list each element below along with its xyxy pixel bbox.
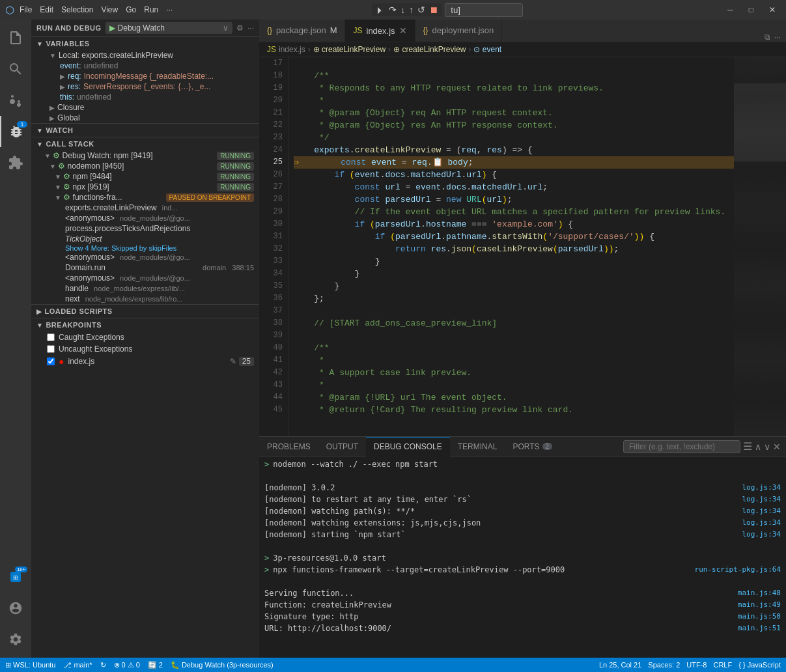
edit-icon[interactable]: ✎ (230, 357, 236, 366)
console-file-link[interactable]: main.js:50 (738, 612, 781, 621)
debug-restart-icon[interactable]: ↺ (417, 5, 425, 15)
minimize-button[interactable]: ─ (722, 5, 738, 14)
line-num[interactable]: 32 (264, 243, 283, 255)
console-close-icon[interactable]: ✕ (773, 441, 781, 452)
tab-index-js[interactable]: JS index.js ✕ (345, 20, 415, 42)
callstack-exports[interactable]: exports.createLinkPreview ind... (31, 203, 259, 213)
gear-icon[interactable]: ⚙ (236, 23, 244, 33)
skip-files-link[interactable]: Show 4 More: Skipped by skipFiles (31, 244, 259, 252)
close-button[interactable]: ✕ (764, 5, 781, 14)
callstack-handle[interactable]: handle node_modules/express/lib/... (31, 283, 259, 294)
breadcrumb-event[interactable]: ⊙ event (473, 45, 501, 54)
activity-debug[interactable]: 1 (0, 116, 31, 147)
line-num[interactable]: 19 (264, 82, 283, 94)
line-num[interactable]: 26 (264, 169, 283, 181)
line-num[interactable]: 45 (264, 404, 283, 416)
menu-file[interactable]: File (20, 5, 32, 14)
line-num[interactable]: 40 (264, 342, 283, 354)
callstack-domain-run[interactable]: Domain.run domain 388:15 (31, 262, 259, 273)
callstack-anon1[interactable]: <anonymous> node_modules/@go... (31, 213, 259, 223)
activity-account[interactable] (0, 593, 31, 624)
status-branch[interactable]: ⎇ main* (63, 661, 92, 669)
tab-debug-console[interactable]: DEBUG CONSOLE (366, 437, 450, 456)
callstack-process[interactable]: process.processTicksAndRejections (31, 223, 259, 234)
callstack-tickobject[interactable]: TickObject (31, 234, 259, 244)
close-tab-icon[interactable]: ✕ (399, 25, 407, 36)
var-global[interactable]: ▶ Global (31, 113, 259, 123)
var-req[interactable]: ▶ req: IncomingMessage {_readableState:.… (31, 71, 259, 81)
tab-package-json[interactable]: {} package.json M (259, 20, 345, 42)
indexjs-breakpoint-checkbox[interactable] (47, 357, 55, 365)
console-file-link[interactable]: log.js:34 (742, 507, 781, 515)
console-file-link[interactable]: main.js:48 (738, 589, 781, 597)
console-file-link[interactable]: run-script-pkg.js:64 (695, 565, 781, 574)
line-num[interactable]: 18 (264, 70, 283, 82)
uncaught-exceptions-checkbox[interactable] (47, 345, 55, 353)
line-num[interactable]: 39 (264, 329, 283, 342)
line-num[interactable]: 29 (264, 206, 283, 218)
tab-ports[interactable]: PORTS 2 (505, 437, 560, 456)
activity-remote[interactable]: ⊞ 1k+ (0, 561, 31, 593)
console-list-view-icon[interactable]: ☰ (743, 440, 752, 453)
maximize-button[interactable]: □ (744, 5, 759, 14)
console-file-link[interactable]: main.js:51 (738, 624, 781, 632)
line-num[interactable]: 30 (264, 218, 283, 231)
activity-explorer[interactable] (0, 22, 31, 53)
split-editor-icon[interactable]: ⧉ (765, 33, 770, 42)
status-errors[interactable]: ⊗ 0 ⚠ 0 (114, 661, 140, 669)
variables-header[interactable]: ▼ VARIABLES (31, 37, 259, 50)
menu-edit[interactable]: Edit (40, 5, 53, 14)
status-cursor[interactable]: Ln 25, Col 21 (599, 661, 641, 669)
status-language[interactable]: { } JavaScript (738, 661, 781, 669)
status-debug-watch[interactable]: 🐛 Debug Watch (3p-resources) (171, 661, 274, 669)
command-search[interactable] (445, 3, 523, 17)
status-spaces[interactable]: Spaces: 2 (648, 661, 680, 669)
line-num[interactable]: 36 (264, 292, 283, 305)
minimap-viewport[interactable] (734, 83, 786, 161)
breakpoint-caught[interactable]: Caught Exceptions (31, 331, 259, 343)
tab-output[interactable]: OUTPUT (318, 437, 366, 456)
line-num[interactable]: 33 (264, 255, 283, 268)
more-actions-icon[interactable]: ··· (774, 33, 781, 42)
line-num[interactable]: 27 (264, 181, 283, 193)
watch-header[interactable]: ▼ WATCH (31, 124, 259, 137)
status-sync[interactable]: ↻ (100, 661, 106, 669)
line-num[interactable]: 43 (264, 379, 283, 391)
breakpoints-header[interactable]: ▼ BREAKPOINTS (31, 318, 259, 331)
breadcrumb-file[interactable]: index.js (279, 45, 305, 54)
line-num[interactable]: 35 (264, 280, 283, 292)
line-num-breakpoint[interactable]: 25 (264, 156, 283, 169)
menu-more[interactable]: ··· (166, 5, 173, 14)
debug-step-out-icon[interactable]: ↑ (409, 5, 414, 15)
callstack-header[interactable]: ▼ CALL STACK (31, 137, 259, 150)
line-num[interactable]: 24 (264, 144, 283, 156)
line-num[interactable]: 34 (264, 268, 283, 280)
console-down-icon[interactable]: ∨ (764, 441, 770, 452)
activity-settings[interactable] (0, 624, 31, 655)
breadcrumb-func2[interactable]: ⊕ createLinkPreview (393, 45, 466, 54)
var-this[interactable]: this: undefined (31, 92, 259, 102)
breakpoint-indexjs[interactable]: ● index.js ✎ 25 (31, 355, 259, 368)
menu-selection[interactable]: Selection (61, 5, 93, 14)
tab-deployment-json[interactable]: {} deployment.json (415, 20, 503, 42)
line-num[interactable]: 31 (264, 231, 283, 243)
callstack-nodemon[interactable]: ▼ ⚙ nodemon [9450] RUNNING (31, 161, 259, 171)
console-file-link[interactable]: main.js:49 (738, 600, 781, 609)
line-num[interactable]: 42 (264, 367, 283, 379)
line-num[interactable]: 20 (264, 94, 283, 107)
debug-step-over-icon[interactable]: ↷ (389, 5, 397, 15)
debug-config-selector[interactable]: ▶ Debug Watch ∨ (105, 22, 232, 34)
console-up-icon[interactable]: ∧ (755, 441, 761, 452)
more-actions-icon[interactable]: ··· (247, 23, 254, 33)
status-workers[interactable]: 🔄 2 (148, 661, 163, 669)
console-file-link[interactable]: log.js:34 (742, 483, 781, 492)
variables-local-item[interactable]: ▼ Local: exports.createLinkPreview (31, 50, 259, 61)
callstack-npm[interactable]: ▼ ⚙ npm [9484] RUNNING (31, 171, 259, 182)
activity-search[interactable] (0, 53, 31, 85)
tab-terminal[interactable]: TERMINAL (450, 437, 505, 456)
menu-view[interactable]: View (101, 5, 118, 14)
console-file-link[interactable]: log.js:34 (742, 495, 781, 503)
line-num[interactable]: 37 (264, 305, 283, 317)
line-num[interactable]: 28 (264, 193, 283, 206)
line-num[interactable]: 41 (264, 354, 283, 367)
